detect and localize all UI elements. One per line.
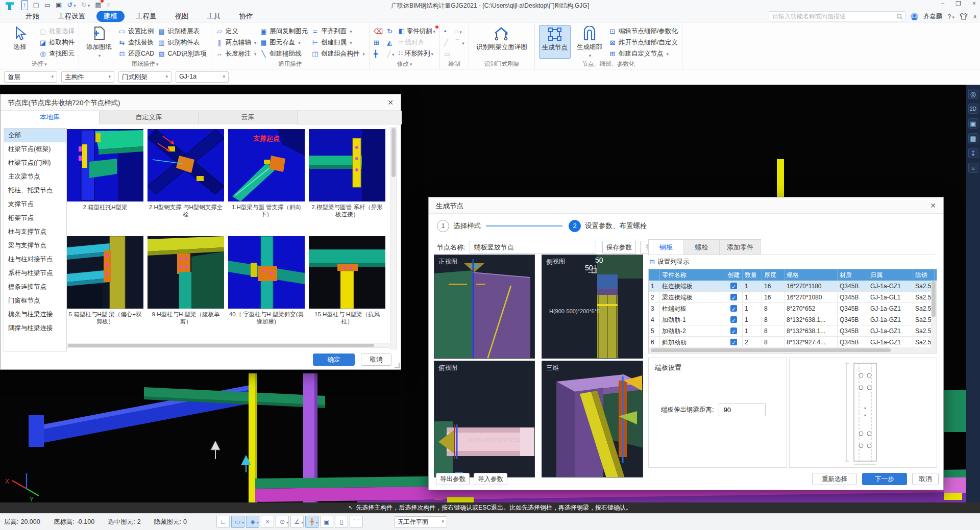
minimize-button[interactable]: – xyxy=(941,0,945,7)
front-view-panel[interactable]: 正视图 xyxy=(434,255,535,359)
restore-button[interactable]: ❒ xyxy=(955,0,961,7)
find-element-item[interactable]: ◎查找图元 xyxy=(39,49,75,59)
table-vertical-scrollbar[interactable] xyxy=(931,281,937,348)
export-view-icon[interactable]: ↧ xyxy=(968,148,978,158)
group-label-select[interactable]: 选择▾ xyxy=(0,60,79,68)
save-params-button[interactable]: 保存参数 xyxy=(602,241,636,254)
node-thumbnail-2[interactable]: 2.H型钢支撑 与H型钢支撑全栓 xyxy=(148,129,224,218)
category-item[interactable]: 柱与柱对接节点 xyxy=(4,253,66,266)
library-vertical-scrollbar[interactable] xyxy=(390,127,397,349)
node-thumbnail-6[interactable]: 9.H型柱与H 型梁（腹板单剪） xyxy=(148,236,224,325)
help-icon[interactable]: ?▾ xyxy=(947,13,954,20)
mirror-icon[interactable]: ◭ xyxy=(387,39,394,46)
side-view-panel[interactable]: 侧视图 50 50 H(900-500)*200*6*8 xyxy=(542,255,643,359)
user-avatar[interactable] xyxy=(911,13,918,20)
aux-line-item[interactable]: ╲创建辅助线 xyxy=(259,49,308,59)
tab-custom-library[interactable]: 自定义库 xyxy=(100,111,199,124)
copy-icon[interactable]: ⊞ xyxy=(374,39,383,46)
two-point-axis-item[interactable]: ∥两点辅轴▾ xyxy=(215,38,257,47)
tab-steel-plate[interactable]: 钢板 xyxy=(648,239,684,255)
layers-icon[interactable]: ▤ xyxy=(968,133,978,143)
menu-tab[interactable]: 视图 xyxy=(168,11,196,22)
category-item[interactable]: 柱梁节点(框架) xyxy=(4,142,66,156)
create-ownership-item[interactable]: ⊢创建归属▾ xyxy=(311,38,365,47)
create-combo-item[interactable]: ◫创建组合构件▾ xyxy=(311,49,365,59)
node-name-input[interactable] xyxy=(470,241,596,254)
category-item[interactable]: 柱与支撑节点 xyxy=(4,225,66,239)
context-select[interactable]: 首层▾ xyxy=(4,71,57,83)
import-params-button[interactable]: 导入参数 xyxy=(474,473,507,485)
close-button[interactable]: × xyxy=(972,0,976,7)
menu-tab[interactable]: 建模 xyxy=(96,11,125,22)
next-step-button[interactable]: 下一步 xyxy=(862,473,907,485)
category-item[interactable]: 主次梁节点 xyxy=(4,170,66,184)
node-thumbnail-5[interactable]: 5.箱型柱与H型 梁（偏心+双剪板） xyxy=(67,236,143,325)
category-item[interactable]: 桁架节点 xyxy=(4,211,66,225)
node-thumbnail-3[interactable]: 支撑起点 1.H型梁与圆 管支撑（斜向下） xyxy=(228,129,305,218)
view-mode-cube-icon[interactable]: ◈▾ xyxy=(246,516,259,528)
menu-tab[interactable]: 开始 xyxy=(18,11,46,22)
menu-tab[interactable]: 工程量 xyxy=(129,11,164,22)
explode-node-detail-item[interactable]: ⊠炸开节点细部/自定义 xyxy=(608,38,678,47)
search-input[interactable] xyxy=(769,12,905,21)
dialog-cancel-button[interactable]: 取消 xyxy=(912,473,939,485)
collapse-ribbon-icon[interactable]: ∧ xyxy=(973,13,977,20)
category-item[interactable]: 柱梁节点(门刚) xyxy=(4,156,66,170)
top-view-panel[interactable]: 俯视图 H(700-300)*270*6*12 xyxy=(434,361,535,477)
library-ok-button[interactable]: 确定 xyxy=(313,354,355,366)
identify-floor-table-item[interactable]: ▤识别楼层表 xyxy=(157,27,206,36)
menu-tab[interactable]: 协作 xyxy=(232,11,260,22)
rotate-icon[interactable]: ↻ xyxy=(387,28,394,35)
function-search[interactable] xyxy=(769,11,905,21)
restore-cad-item[interactable]: ⊡还原CAD xyxy=(118,49,154,59)
table-row[interactable]: 2 梁连接端板 1 16 16*270*1080 Q345B GJ-1a-GL1… xyxy=(649,292,937,303)
copy-between-floors-item[interactable]: ▣层间复制图元 xyxy=(259,27,308,36)
node-thumbnail-1[interactable]: 2.箱型柱托H型梁 xyxy=(67,129,143,211)
category-item[interactable]: 全部 xyxy=(4,129,66,142)
menu-tab[interactable]: 工程设置 xyxy=(51,11,92,22)
point-snap-icon[interactable]: ╋▾ xyxy=(305,516,318,528)
category-item[interactable]: 门窗框节点 xyxy=(4,294,66,308)
batch-select-item[interactable]: ▢批量选择 xyxy=(39,27,75,36)
cad-options-item[interactable]: ▧CAD识别选项 xyxy=(157,49,206,59)
export-params-button[interactable]: 导出参数 xyxy=(436,473,470,485)
group-label-drawing[interactable]: 图纸操作▾ xyxy=(79,60,211,68)
category-item[interactable]: 系杆与柱梁节点 xyxy=(4,266,66,280)
tab-cloud-library[interactable]: 云库 xyxy=(199,111,298,124)
plate-extend-input[interactable] xyxy=(719,403,766,416)
trim-icon[interactable]: ╱▾ xyxy=(387,50,394,58)
region-tool-icon[interactable]: ▣ xyxy=(320,516,333,528)
table-row[interactable]: 3 柱端封板 1 8 8*270*652 Q345B GJ-1a-GZ1 Sa2… xyxy=(649,303,937,314)
category-item[interactable]: 檩条与柱梁连接 xyxy=(4,308,66,321)
created-checkbox[interactable] xyxy=(730,283,737,289)
pick-component-item[interactable]: ◪拾取构件 xyxy=(39,38,75,47)
library-cancel-button[interactable]: 取消 xyxy=(361,354,391,366)
arc-tool-icon[interactable]: ⌒ xyxy=(350,516,363,528)
tab-add-parts[interactable]: 添加零件 xyxy=(720,239,761,255)
category-item[interactable]: 托柱、托梁节点 xyxy=(4,184,66,197)
category-item[interactable]: 支撑节点 xyxy=(4,197,66,211)
node-thumbnail-8[interactable]: 15.H型柱与 H型梁（抗风柱） xyxy=(309,236,385,325)
angle-snap-icon[interactable]: ∠▾ xyxy=(290,516,304,528)
selection-box-icon[interactable]: ▭▾ xyxy=(231,516,244,528)
node-thumbnail-7[interactable]: 40.十字型柱与H 型梁斜交(翼缘加腋) xyxy=(228,236,305,325)
resize-grip[interactable] xyxy=(395,363,400,368)
identify-frame-elevation-button[interactable]: 识别刚架立面详图 xyxy=(473,25,530,52)
delete-icon[interactable]: ⌫ xyxy=(374,28,383,35)
generate-detail-button[interactable]: 生成细部▾ xyxy=(574,25,605,58)
define-item[interactable]: ▱定义 xyxy=(215,27,257,36)
add-drawing-button[interactable]: 添加图纸▾ xyxy=(83,25,115,58)
create-custom-node-item[interactable]: ⊞创建自定义节点▾ xyxy=(608,49,678,59)
generate-node-titlebar[interactable]: 生成节点 ✕ xyxy=(429,197,943,214)
tab-bolts[interactable]: 螺栓 xyxy=(684,239,720,255)
node-library-close-icon[interactable]: ✕ xyxy=(385,97,396,108)
table-row[interactable]: 5 加劲肋-2 1 8 8*132*638.1... Q345B GJ-1a-G… xyxy=(649,325,937,337)
table-row[interactable]: 6 斜加劲肋 2 8 8*132*927.4... Q345B GJ-1a-GZ… xyxy=(649,337,937,348)
circle-snap-icon[interactable]: ⊙▾ xyxy=(276,516,289,528)
theme-skin-icon[interactable] xyxy=(960,13,968,20)
edit-node-detail-item[interactable]: ⊡编辑节点细部/参数化 xyxy=(608,27,678,36)
draw-point-icon[interactable]: • xyxy=(444,28,450,35)
draw-arc-icon[interactable]: ⌒▾ xyxy=(454,38,464,47)
align-to-face-item[interactable]: ≍平齐到面▾ xyxy=(311,27,365,36)
draw-rect-icon[interactable]: ▭ xyxy=(444,50,450,58)
